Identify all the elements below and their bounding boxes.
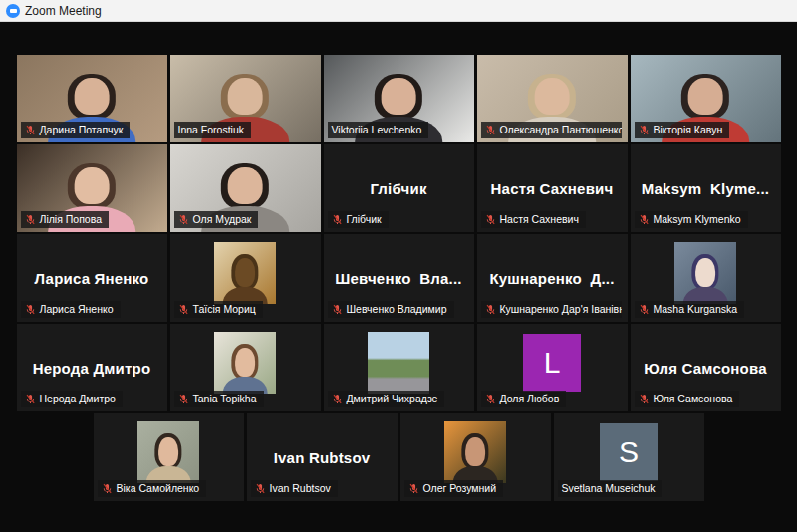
video-grid: Дарина ПотапчукInna ForostiukViktoriia L… — [0, 22, 797, 501]
participant-name: Дмитрий Чихрадзе — [347, 391, 438, 407]
participant-name: Настя Сахневич — [500, 211, 579, 228]
participant-tile[interactable]: Дмитрий Чихрадзе — [324, 324, 474, 411]
profile-avatar — [214, 332, 276, 394]
participant-tile[interactable]: Inna Forostiuk — [170, 55, 321, 142]
participant-name-label: Tania Topikha — [174, 391, 264, 407]
participant-name-label: Шевченко Владимир — [328, 301, 454, 318]
participant-figure — [137, 421, 199, 483]
participant-name: Masha Kurganska — [654, 301, 738, 318]
muted-mic-icon — [25, 394, 36, 404]
participant-name: Юля Самсонова — [654, 391, 733, 407]
participant-name-label: Inna Forostiuk — [174, 122, 252, 138]
grid-row: Нерода ДмитроНерода ДмитроTania TopikhaД… — [17, 324, 781, 411]
muted-mic-icon — [332, 304, 343, 315]
participant-name-label: Maksym Klymenko — [635, 211, 748, 228]
participant-tile[interactable]: Кушнаренко Д...Кушнаренко Дар'я Іванівна — [477, 234, 628, 322]
participant-tile[interactable]: Ivan RubtsovIvan Rubtsov — [247, 413, 398, 501]
participant-tile[interactable]: Олександра Пантюшенко — [477, 55, 628, 142]
participant-name-label: Настя Сахневич — [481, 211, 586, 228]
participant-name-label: Юля Самсонова — [635, 391, 740, 407]
participant-tile[interactable]: Віка Самойленко — [94, 413, 244, 501]
muted-mic-icon — [639, 304, 650, 315]
participant-name: Глібчик — [347, 211, 382, 228]
muted-mic-icon — [639, 214, 650, 225]
participant-tile[interactable]: Таїсія Мориц — [170, 234, 321, 322]
participant-name-label: Masha Kurganska — [635, 301, 745, 318]
profile-avatar — [444, 421, 506, 483]
participant-name-label: Лариса Яненко — [21, 301, 121, 318]
participant-name-label: Viktoriia Levchenko — [328, 122, 429, 138]
grid-row: Віка СамойленкоIvan RubtsovIvan RubtsovО… — [94, 413, 704, 501]
grid-row: Лілія ПоповаОля МудракГлібчикГлібчикНаст… — [17, 144, 781, 232]
participant-tile[interactable]: Лариса ЯненкоЛариса Яненко — [17, 234, 167, 322]
muted-mic-icon — [408, 483, 419, 494]
zoom-logo-icon — [6, 4, 20, 18]
participant-name: Віка Самойленко — [117, 480, 200, 497]
participant-figure — [214, 332, 276, 394]
participant-tile[interactable]: Настя СахневичНастя Сахневич — [477, 144, 628, 232]
participant-name-label: Таїсія Мориц — [174, 301, 263, 318]
participant-name-label: Олександра Пантюшенко — [481, 122, 623, 138]
muted-mic-icon — [178, 214, 189, 225]
muted-mic-icon — [639, 125, 650, 135]
muted-mic-icon — [332, 394, 343, 404]
participant-name: Шевченко Владимир — [347, 301, 447, 318]
participant-name: Оля Мудрак — [193, 211, 252, 228]
participant-name: Кушнаренко Дар'я Іванівна — [500, 301, 623, 318]
muted-mic-icon — [485, 304, 496, 315]
window-titlebar[interactable]: Zoom Meeting — [0, 0, 797, 22]
participant-name-label: Кушнаренко Дар'я Іванівна — [481, 301, 623, 318]
participant-tile[interactable]: Олег Розумний — [400, 413, 551, 501]
participant-name-label: Олег Розумний — [404, 480, 504, 497]
participant-name: Олег Розумний — [423, 480, 497, 497]
participant-name: Лариса Яненко — [40, 301, 114, 318]
muted-mic-icon — [485, 394, 496, 404]
participant-name-label: Дарина Потапчук — [21, 122, 131, 138]
letter-avatar: L — [523, 334, 581, 392]
muted-mic-icon — [639, 394, 650, 404]
participant-name: Ivan Rubtsov — [270, 480, 331, 497]
muted-mic-icon — [485, 214, 496, 225]
participant-name-label: Ivan Rubtsov — [251, 480, 338, 497]
participant-name-label: Вікторія Кавун — [635, 122, 730, 138]
participant-tile[interactable]: ГлібчикГлібчик — [324, 144, 474, 232]
participant-tile[interactable]: Лілія Попова — [17, 144, 167, 232]
grid-row: Дарина ПотапчукInna ForostiukViktoriia L… — [17, 55, 781, 142]
profile-avatar — [137, 421, 199, 483]
muted-mic-icon — [25, 304, 36, 315]
participant-name-label: Віка Самойленко — [98, 480, 207, 497]
participant-tile[interactable]: Viktoriia Levchenko — [324, 55, 474, 142]
participant-name-label: Дмитрий Чихрадзе — [328, 391, 445, 407]
participant-name: Олександра Пантюшенко — [500, 122, 623, 138]
participant-tile[interactable]: Дарина Потапчук — [17, 55, 167, 142]
participant-name-label: Глібчик — [328, 211, 389, 228]
participant-tile[interactable]: Masha Kurganska — [631, 234, 781, 322]
participant-name-label: Оля Мудрак — [174, 211, 259, 228]
participant-name: Svetlana Museichuk — [562, 480, 656, 497]
muted-mic-icon — [102, 483, 113, 494]
participant-tile[interactable]: Юля СамсоноваЮля Самсонова — [631, 324, 781, 411]
participant-tile[interactable]: Вікторія Кавун — [631, 55, 781, 142]
participant-name: Доля Любов — [500, 391, 560, 407]
profile-avatar — [368, 332, 429, 394]
grid-row: Лариса ЯненкоЛариса ЯненкоТаїсія МорицШе… — [17, 234, 781, 322]
participant-name: Дарина Потапчук — [40, 122, 124, 138]
muted-mic-icon — [332, 214, 343, 225]
participant-figure — [674, 242, 736, 304]
participant-tile[interactable]: Tania Topikha — [170, 324, 321, 411]
participant-name: Inna Forostiuk — [178, 122, 245, 138]
participant-tile[interactable]: LДоля Любов — [477, 324, 628, 411]
participant-tile[interactable]: Нерода ДмитроНерода Дмитро — [17, 324, 167, 411]
participant-tile[interactable]: SSvetlana Museichuk — [554, 413, 704, 501]
meeting-stage: Дарина ПотапчукInna ForostiukViktoriia L… — [0, 22, 797, 532]
participant-figure — [214, 242, 276, 304]
participant-name: Таїсія Мориц — [193, 301, 256, 318]
participant-name: Viktoriia Levchenko — [332, 122, 422, 138]
participant-tile[interactable]: Оля Мудрак — [170, 144, 321, 232]
letter-avatar: S — [600, 423, 658, 481]
participant-name: Лілія Попова — [40, 211, 103, 228]
muted-mic-icon — [178, 304, 189, 315]
participant-tile[interactable]: Шевченко Вла...Шевченко Владимир — [324, 234, 474, 322]
participant-tile[interactable]: Maksym Klyme...Maksym Klymenko — [631, 144, 781, 232]
participant-name: Maksym Klymenko — [654, 211, 741, 228]
